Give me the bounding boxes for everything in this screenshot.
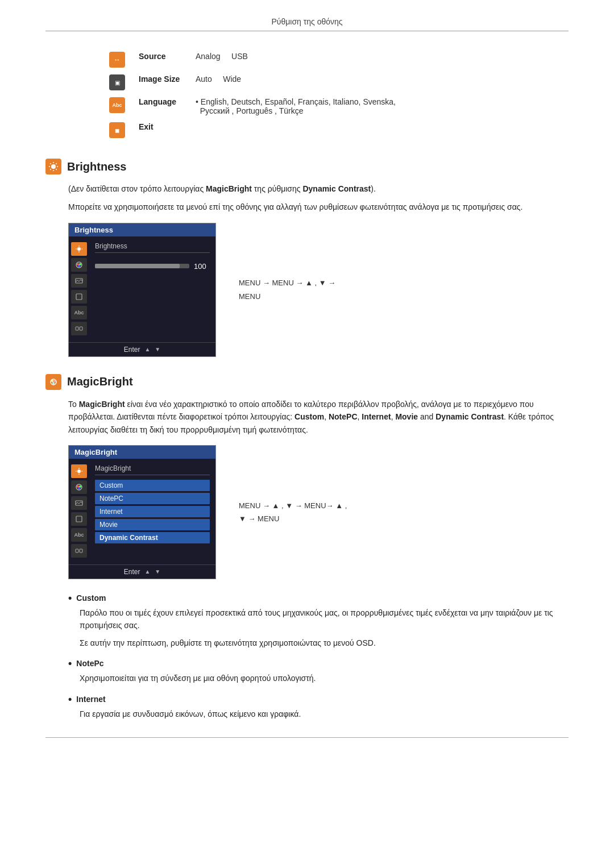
imagesize-label: Image Size [132, 71, 189, 94]
mb-sidebar-setup-item [71, 544, 87, 558]
svg-point-25 [52, 382, 55, 384]
svg-line-7 [56, 163, 56, 164]
brightness-osd-slider: 100 [95, 262, 210, 271]
svg-rect-19 [76, 294, 82, 300]
source-label: Source [132, 48, 189, 71]
exit-value [189, 119, 403, 142]
brightness-nav-up: ▲ [144, 346, 150, 352]
bullet-item-internet: • Internet Για εργασία με συνδυασμό εικό… [68, 694, 569, 720]
bullet-list: • Custom Παρόλο που οι τιμές έχουν επιλε… [68, 593, 569, 720]
bullet-item-custom: • Custom Παρόλο που οι τιμές έχουν επιλε… [68, 593, 569, 649]
magicbright-osd-sidebar: Abc [69, 462, 89, 561]
brightness-osd-footer: Enter ▲ ▼ [69, 342, 215, 356]
mb-custom-item: Custom [95, 480, 210, 491]
source-icon: ↔ [109, 52, 125, 68]
brightness-icon [48, 161, 59, 172]
brightness-osd-body: Abc Brightness [69, 236, 215, 342]
language-icon: Abc [109, 97, 125, 113]
bullet-item-notepc: • NotePc Χρησιμοποιείται για τη σύνδεση … [68, 658, 569, 684]
svg-rect-37 [76, 549, 78, 553]
magicbright-osd-footer: Enter ▲ ▼ [69, 564, 215, 579]
magicbright-icon [48, 377, 59, 387]
mb-sidebar-picture-item [71, 496, 87, 510]
sidebar-text-item: Abc [71, 306, 87, 319]
magicbright-nav-up: ▲ [144, 568, 150, 575]
brightness-desc2: Μπορείτε να χρησιμοποιήσετε τα μενού επί… [68, 201, 569, 213]
magicbright-title: MagicBright [67, 375, 133, 388]
page-title: Ρύθμιση της οθόνης [271, 17, 342, 26]
exit-label: Exit [132, 119, 189, 142]
brightness-slider-fill [95, 264, 180, 268]
brightness-osd-content: Brightness 100 [89, 240, 215, 339]
magicbright-osd-body: Abc MagicBright Custom [69, 459, 215, 564]
bullet-dot-custom: • [68, 593, 72, 603]
bottom-divider [45, 737, 569, 738]
bullet-title-custom: Custom [76, 593, 106, 603]
svg-point-23 [51, 380, 53, 382]
table-row: Abc Language • English, Deutsch, Español… [102, 94, 403, 119]
bullet-dot-internet: • [68, 694, 72, 704]
magicbright-desc-block: Το MagicBright είναι ένα νέο χαρακτηριστ… [68, 398, 569, 436]
magicbright-osd-menu: MagicBright [68, 445, 216, 579]
mb-notepc-item: NotePC [95, 493, 210, 504]
brightness-heading: Brightness [45, 159, 569, 175]
magicbright-osd-content: MagicBright Custom NotePC Internet Movie… [89, 462, 215, 561]
page-header: Ρύθμιση της οθόνης [45, 17, 569, 31]
magicbright-osd-title: MagicBright [69, 446, 215, 459]
svg-point-17 [78, 265, 80, 267]
svg-line-5 [50, 163, 51, 164]
brightness-desc1: (Δεν διατίθεται στον τρόπο λειτουργίας M… [68, 182, 569, 195]
bullet-desc-custom: Παρόλο που οι τιμές έχουν επιλεγεί προσε… [80, 607, 569, 649]
exit-icon: ◼ [109, 122, 125, 138]
svg-rect-38 [80, 549, 82, 553]
sidebar-color-item [71, 258, 87, 272]
page-container: Ρύθμιση της οθόνης ↔ Source Analog USB ▣… [0, 0, 614, 772]
imagesize-value: Auto Wide [189, 71, 403, 94]
magicbright-osd-container: MagicBright [68, 445, 569, 579]
table-row: ◼ Exit [102, 119, 403, 142]
svg-rect-21 [80, 327, 82, 330]
bullet-dot-notepc: • [68, 658, 72, 668]
magicbright-section: MagicBright Το MagicBright είναι ένα νέο… [45, 374, 569, 720]
table-row: ▣ Image Size Auto Wide [102, 71, 403, 94]
brightness-slider-value: 100 [194, 262, 210, 271]
sidebar-setup-item [71, 322, 87, 335]
magicbright-nav-down: ▼ [155, 568, 160, 575]
bullet-desc-internet: Για εργασία με συνδυασμό εικόνων, όπως κ… [80, 708, 569, 720]
magicbright-section-icon [45, 374, 61, 390]
mb-sidebar-color-item [71, 480, 87, 494]
mb-sidebar-text-item: Abc [71, 528, 87, 542]
brightness-osd-title: Brightness [69, 223, 215, 236]
menu-table: ↔ Source Analog USB ▣ Image Size Auto Wi… [102, 48, 403, 142]
source-value: Analog USB [189, 48, 403, 71]
svg-line-6 [56, 169, 56, 169]
mb-dynamic-item: Dynamic Contrast [95, 532, 210, 543]
mb-internet-item: Internet [95, 506, 210, 517]
svg-point-9 [77, 247, 81, 251]
table-row: ↔ Source Analog USB [102, 48, 403, 71]
bullet-desc-notepc: Χρησιμοποιείται για τη σύνδεση με μια οθ… [80, 672, 569, 684]
brightness-osd-container: Brightness [68, 223, 569, 357]
mb-sidebar-brightness-item [71, 464, 87, 478]
svg-point-0 [51, 164, 56, 169]
mb-sidebar-osd-item [71, 512, 87, 526]
svg-point-24 [53, 380, 56, 382]
brightness-enter-label: Enter [124, 346, 140, 354]
brightness-slider-bar [95, 264, 189, 268]
sidebar-picture-item [71, 274, 87, 288]
language-value: • English, Deutsch, Español, Français, I… [189, 94, 403, 119]
svg-rect-20 [76, 327, 78, 330]
imagesize-icon: ▣ [109, 74, 125, 90]
magicbright-osd-item-label: MagicBright [95, 464, 210, 475]
magicbright-heading: MagicBright [45, 374, 569, 390]
brightness-nav-hint: MENU → MENU → ▲ , ▼ →MENU [239, 276, 335, 303]
mb-movie-item: Movie [95, 519, 210, 530]
brightness-osd-menu: Brightness [68, 223, 216, 357]
bullet-title-notepc: NotePc [76, 659, 103, 668]
brightness-desc-block: (Δεν διατίθεται στον τρόπο λειτουργίας M… [68, 182, 569, 214]
sidebar-osd-item [71, 290, 87, 304]
svg-rect-36 [76, 516, 82, 522]
brightness-section: Brightness (Δεν διατίθεται στον τρόπο λε… [45, 159, 569, 357]
brightness-section-icon [45, 159, 61, 175]
svg-point-34 [78, 487, 80, 489]
